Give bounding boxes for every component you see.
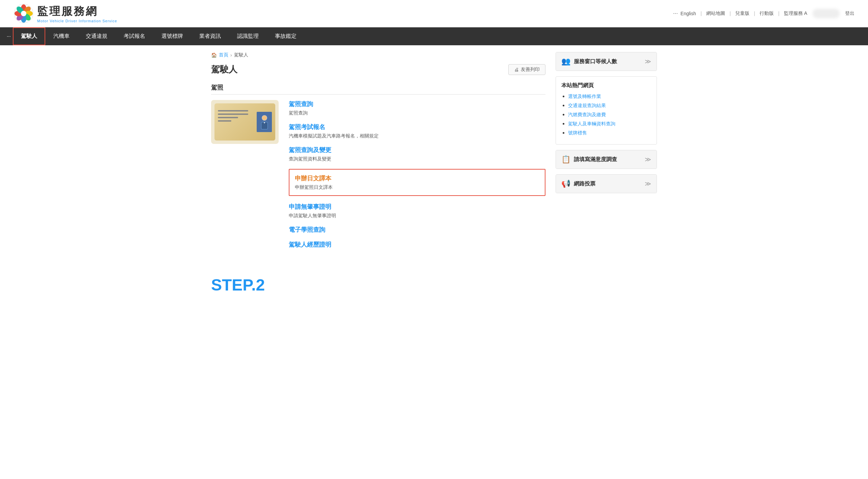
print-button[interactable]: 🖨 友善列印 — [508, 64, 545, 75]
breadcrumb-current: 駕駛人 — [234, 52, 248, 58]
sidebar-satisfaction[interactable]: 📋 請填寫滿意度調查 ≫ — [556, 150, 657, 169]
menu-item-wuzhang-zhengming: 申請無肇事證明 申請駕駛人無肇事證明 — [289, 203, 545, 219]
navbar-grid-icon: ⋯ — [7, 34, 11, 39]
header-nav: ⋯ English ｜ 網站地圖 ｜ 兒童版 ｜ 行動版 ｜ 監理服務 A 登出 — [673, 9, 854, 18]
nav-item-traffic[interactable]: 交通違規 — [78, 27, 116, 45]
hotlink-item-3: 駕駛人及車輛資料查詢 — [568, 121, 651, 127]
page-header: 駕駛人 🖨 友善列印 — [211, 64, 545, 75]
hotlink-haopai[interactable]: 號牌標售 — [568, 130, 587, 135]
user-info-blurred — [813, 9, 840, 18]
navbar: ⋯ 駕駛人 汽機車 交通違規 考試報名 選號標牌 業者資訊 認識監理 事故鑑定 — [0, 27, 868, 45]
hotlink-item-0: 選號及轉帳作業 — [568, 93, 651, 100]
menu-item-title-kaoshi-baoming[interactable]: 駕照考試報名 — [289, 123, 545, 131]
sidebar-vote-title: 📢 網路投票 — [561, 179, 595, 188]
license-card-lines — [218, 110, 248, 122]
menu-item-chaxun-biangeng: 駕照查詢及變更 查詢駕照資料及變更 — [289, 146, 545, 162]
menu-item-dianzi-xuezhao: 電子學照查詢 — [289, 226, 545, 234]
menu-item-jizhao-chaxun: 駕照查詢 駕照查詢 — [289, 100, 545, 116]
sidebar-hotlinks-title: 本站熱門網頁 — [561, 82, 651, 89]
hotlink-qiranfei[interactable]: 汽燃費查詢及繳費 — [568, 112, 606, 117]
menu-item-shenban-riwen: 申辦日文譯本 申辦駕照日文譯本 — [289, 169, 545, 196]
home-icon: 🏠 — [211, 52, 217, 58]
breadcrumb-home[interactable]: 首頁 — [219, 52, 228, 58]
svg-point-9 — [21, 11, 26, 16]
menu-item-title-jizhao-chaxun[interactable]: 駕照查詢 — [289, 100, 545, 108]
service-window-arrow-icon: ≫ — [645, 58, 651, 65]
menu-item-title-dianzi-xuezhao[interactable]: 電子學照查詢 — [289, 226, 545, 234]
print-label: 友善列印 — [521, 67, 540, 73]
sidebar-hotlinks-list: 選號及轉帳作業 交通違規查詢結果 汽燃費查詢及繳費 駕駛人及車輛資料查詢 號牌標… — [561, 93, 651, 136]
hotlink-item-1: 交通違規查詢結果 — [568, 102, 651, 109]
menu-item-desc-chaxun-biangeng: 查詢駕照資料及變更 — [289, 156, 545, 162]
doc-icon: 📋 — [561, 155, 570, 164]
people-icon: 👥 — [561, 57, 570, 66]
grid-dots-icon: ⋯ — [673, 11, 678, 16]
sidebar-vote-header[interactable]: 📢 網路投票 ≫ — [556, 175, 657, 193]
print-icon: 🖨 — [514, 67, 519, 72]
sidebar-satisfaction-title: 📋 請填寫滿意度調查 — [561, 155, 617, 164]
nav-item-exam[interactable]: 考試報名 — [116, 27, 153, 45]
menu-item-title-jingli-zhengming[interactable]: 駕駛人經歷證明 — [289, 241, 545, 249]
nav-service[interactable]: 監理服務 A — [784, 10, 807, 17]
content-area: 🏠 首頁 › 駕駛人 駕駛人 🖨 友善列印 駕照 — [211, 52, 545, 294]
vote-arrow-icon: ≫ — [645, 180, 651, 187]
license-photo — [257, 112, 272, 132]
header: 監理服務網 Motor Vehicle Driver Information S… — [0, 0, 868, 27]
page-title: 駕駛人 — [211, 64, 237, 75]
menu-item-desc-kaoshi-baoming: 汽機車模擬試題及汽車路考報名，相關規定 — [289, 133, 545, 139]
nav-item-driver[interactable]: 駕駛人 — [13, 27, 45, 45]
nav-item-plate[interactable]: 選號標牌 — [153, 27, 191, 45]
sidebar-service-window-header[interactable]: 👥 服務窗口等候人數 ≫ — [556, 52, 657, 71]
hotlink-jiaotong[interactable]: 交通違規查詢結果 — [568, 103, 606, 108]
nav-item-about[interactable]: 認識監理 — [229, 27, 267, 45]
satisfaction-arrow-icon: ≫ — [645, 156, 651, 163]
license-card-image — [211, 100, 279, 144]
nav-sitemap[interactable]: 網站地圖 — [706, 10, 725, 17]
hotlink-jiasiren[interactable]: 駕駛人及車輛資料查詢 — [568, 121, 615, 126]
logout-button[interactable]: 登出 — [845, 10, 854, 17]
breadcrumb-separator: › — [230, 52, 232, 58]
logo-text: 監理服務網 Motor Vehicle Driver Information S… — [37, 4, 117, 23]
sidebar-vote[interactable]: 📢 網路投票 ≫ — [556, 174, 657, 193]
sidebar-satisfaction-header[interactable]: 📋 請填寫滿意度調查 ≫ — [556, 150, 657, 169]
sidebar-service-window[interactable]: 👥 服務窗口等候人數 ≫ — [556, 52, 657, 71]
svg-point-12 — [262, 116, 267, 120]
logo-icon — [14, 3, 34, 24]
breadcrumb: 🏠 首頁 › 駕駛人 — [211, 52, 545, 58]
person-silhouette — [259, 115, 270, 130]
menu-item-jingli-zhengming: 駕駛人經歷證明 — [289, 241, 545, 249]
logo-title: 監理服務網 — [37, 4, 117, 19]
hotlink-xuanhao[interactable]: 選號及轉帳作業 — [568, 94, 601, 99]
menu-item-title-wuzhang-zhengming[interactable]: 申請無肇事證明 — [289, 203, 545, 211]
logo-subtitle: Motor Vehicle Driver Information Service — [37, 19, 117, 23]
sidebar: 👥 服務窗口等候人數 ≫ 本站熱門網頁 選號及轉帳作業 交通違規查詢結果 汽燃費… — [556, 52, 657, 294]
bell-icon: 📢 — [561, 179, 570, 188]
hotlink-item-2: 汽燃費查詢及繳費 — [568, 111, 651, 118]
sidebar-service-window-title: 👥 服務窗口等候人數 — [561, 57, 617, 66]
nav-mobile[interactable]: 行動版 — [760, 10, 774, 17]
menu-item-desc-wuzhang-zhengming: 申請駕駛人無肇事證明 — [289, 213, 545, 219]
step-label: STEP.2 — [211, 276, 545, 294]
license-card — [214, 103, 275, 141]
logo-area: 監理服務網 Motor Vehicle Driver Information S… — [14, 3, 117, 24]
nav-item-business[interactable]: 業者資訊 — [191, 27, 229, 45]
nav-children[interactable]: 兒童版 — [735, 10, 749, 17]
section-title: 駕照 — [211, 83, 545, 95]
license-section: 駕照查詢 駕照查詢 駕照考試報名 汽機車模擬試題及汽車路考報名，相關規定 駕照查… — [211, 100, 545, 255]
menu-item-title-chaxun-biangeng[interactable]: 駕照查詢及變更 — [289, 146, 545, 154]
menu-item-desc-jizhao-chaxun: 駕照查詢 — [289, 110, 545, 116]
menu-item-kaoshi-baoming: 駕照考試報名 汽機車模擬試題及汽車路考報名，相關規定 — [289, 123, 545, 139]
nav-item-accident[interactable]: 事故鑑定 — [267, 27, 305, 45]
sidebar-hotlinks: 本站熱門網頁 選號及轉帳作業 交通違規查詢結果 汽燃費查詢及繳費 駕駛人及車輛資… — [556, 76, 657, 145]
hotlink-item-4: 號牌標售 — [568, 130, 651, 136]
menu-item-title-shenban-riwen[interactable]: 申辦日文譯本 — [295, 174, 539, 182]
menu-items-list: 駕照查詢 駕照查詢 駕照考試報名 汽機車模擬試題及汽車路考報名，相關規定 駕照查… — [289, 100, 545, 255]
main-content: 🏠 首頁 › 駕駛人 駕駛人 🖨 友善列印 駕照 — [198, 45, 670, 301]
nav-item-vehicle[interactable]: 汽機車 — [45, 27, 78, 45]
menu-item-desc-shenban-riwen: 申辦駕照日文譯本 — [295, 184, 539, 191]
nav-english[interactable]: English — [681, 11, 696, 16]
